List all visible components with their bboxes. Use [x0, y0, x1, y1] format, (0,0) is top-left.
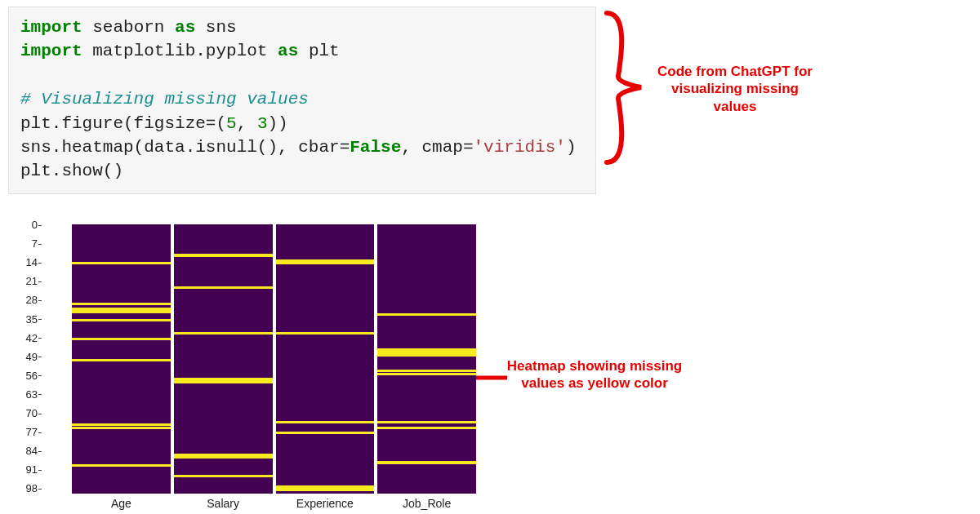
code-text: plt.show()	[20, 162, 123, 180]
x-axis-ticks: AgeSalaryExperienceJob_Role	[72, 495, 476, 514]
code-text: ))	[267, 114, 287, 133]
y-tick-label: 77	[26, 426, 38, 438]
heatmap-plot-area	[72, 224, 476, 494]
y-axis-ticks: 0714212835424956637077849198	[15, 216, 68, 502]
code-text: plt.figure(figsize=(	[20, 114, 226, 133]
y-tick-label: 56	[26, 370, 38, 382]
y-tick-label: 28	[26, 294, 38, 306]
number: 5	[226, 114, 237, 133]
keyword: as	[175, 18, 195, 37]
comment: # Visualizing missing values	[20, 90, 309, 109]
y-tick-label: 14	[26, 256, 38, 268]
x-tick-label: Experience	[296, 497, 354, 510]
y-tick-label: 49	[26, 351, 38, 363]
y-tick-label: 0	[32, 219, 38, 231]
y-tick-label: 7	[32, 237, 38, 250]
y-tick-label: 42	[26, 332, 38, 344]
code-text: plt	[298, 42, 339, 60]
y-tick-label: 21	[26, 275, 38, 287]
boolean: False	[350, 138, 401, 157]
code-text: sns	[195, 18, 236, 37]
x-tick-label: Salary	[207, 497, 239, 510]
code-text: ,	[237, 114, 257, 133]
keyword: as	[278, 42, 298, 60]
y-tick-label: 35	[26, 313, 38, 326]
number: 3	[257, 114, 268, 133]
brace-icon	[600, 8, 649, 167]
y-tick-label: 98	[26, 482, 38, 494]
y-tick-label: 63	[26, 388, 38, 401]
string: 'viridis'	[474, 138, 566, 157]
code-block: import seaborn as sns import matplotlib.…	[8, 7, 596, 194]
code-text: )	[566, 138, 577, 157]
annotation-heatmap: Heatmap showing missing values as yellow…	[505, 357, 684, 392]
heatmap-figure: 0714212835424956637077849198 AgeSalaryEx…	[43, 224, 476, 514]
x-tick-label: Job_Role	[403, 497, 451, 510]
code-text: seaborn	[82, 18, 175, 37]
annotation-code: Code from ChatGPT for visualizing missin…	[653, 63, 817, 115]
code-text: matplotlib.pyplot	[82, 42, 278, 60]
y-tick-label: 91	[26, 463, 38, 476]
keyword: import	[20, 18, 82, 37]
keyword: import	[20, 42, 82, 60]
code-text: , cmap=	[401, 138, 473, 157]
y-tick-label: 84	[26, 445, 38, 457]
y-tick-label: 70	[26, 407, 38, 419]
code-text: sns.heatmap(data.isnull(), cbar=	[20, 138, 350, 157]
x-tick-label: Age	[111, 497, 131, 510]
